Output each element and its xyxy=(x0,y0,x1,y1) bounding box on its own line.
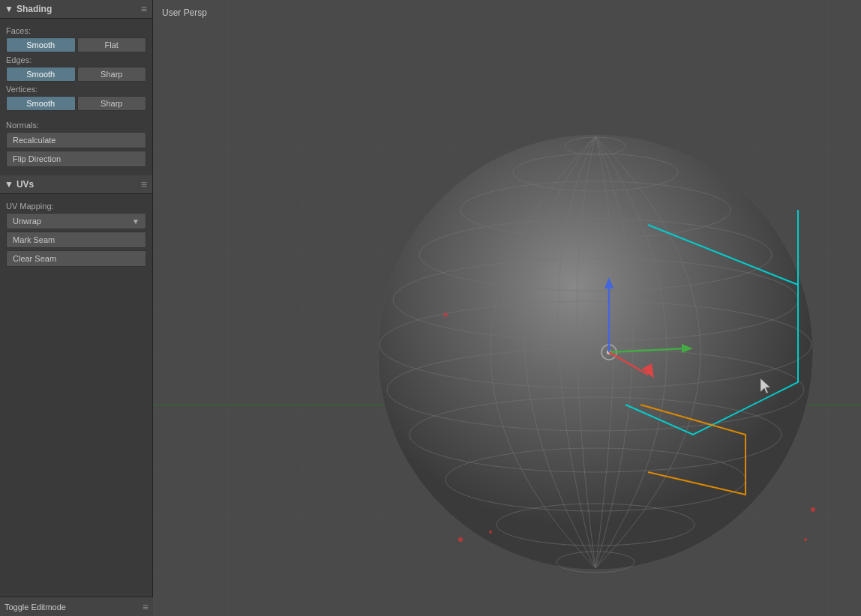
clear-seam-button[interactable]: Clear Seam xyxy=(6,250,146,267)
shading-arrow-icon: ▼ xyxy=(4,4,14,14)
viewport-svg xyxy=(153,0,861,616)
uvs-body: UV Mapping: Unwrap ▼ Mark Seam Clear Sea… xyxy=(0,194,152,274)
unwrap-dropdown-button[interactable]: Unwrap ▼ xyxy=(6,213,146,229)
edges-sharp-button[interactable]: Sharp xyxy=(77,67,147,82)
unwrap-label: Unwrap xyxy=(13,217,41,226)
faces-smooth-button[interactable]: Smooth xyxy=(6,37,76,52)
uvs-section-header[interactable]: ▼ UVs ≡ xyxy=(0,175,152,194)
vertices-label: Vertices: xyxy=(6,85,146,94)
normals-label: Normals: xyxy=(6,121,146,130)
mark-seam-button[interactable]: Mark Seam xyxy=(6,232,146,248)
toggle-editmode-label[interactable]: Toggle Editmode xyxy=(4,603,66,612)
uvs-arrow-icon: ▼ xyxy=(4,179,14,190)
shading-section-dots: ≡ xyxy=(141,3,148,15)
svg-point-44 xyxy=(804,538,807,541)
faces-flat-button[interactable]: Flat xyxy=(77,37,147,52)
unwrap-arrow-icon: ▼ xyxy=(132,217,140,226)
faces-button-row: Smooth Flat xyxy=(6,37,146,52)
edges-smooth-button[interactable]: Smooth xyxy=(6,67,76,82)
shading-body: Faces: Smooth Flat Edges: Smooth Sharp V… xyxy=(0,19,152,174)
recalculate-button[interactable]: Recalculate xyxy=(6,132,146,148)
uv-mapping-label: UV Mapping: xyxy=(6,202,146,211)
uvs-section-dots: ≡ xyxy=(141,178,148,190)
svg-point-45 xyxy=(443,312,448,317)
bottom-bar-dots-icon: ≡ xyxy=(142,601,148,613)
vertices-smooth-button[interactable]: Smooth xyxy=(6,96,76,111)
left-panel: ▼ Shading ≡ Faces: Smooth Flat Edges: Sm… xyxy=(0,0,153,616)
uvs-title: UVs xyxy=(16,179,34,190)
shading-title: Shading xyxy=(16,4,52,14)
main-viewport[interactable]: User Persp xyxy=(153,0,861,616)
edges-label: Edges: xyxy=(6,55,146,64)
vertices-button-row: Smooth Sharp xyxy=(6,96,146,111)
edges-button-row: Smooth Sharp xyxy=(6,67,146,82)
flip-direction-button[interactable]: Flip Direction xyxy=(6,151,146,167)
vertices-sharp-button[interactable]: Sharp xyxy=(77,96,147,111)
viewport-label: User Persp xyxy=(162,7,207,18)
svg-point-19 xyxy=(378,135,813,570)
svg-point-42 xyxy=(489,531,492,534)
svg-point-41 xyxy=(458,537,463,542)
shading-section-header[interactable]: ▼ Shading ≡ xyxy=(0,0,152,19)
svg-point-43 xyxy=(811,507,815,512)
bottom-bar: Toggle Editmode ≡ xyxy=(0,597,153,616)
faces-label: Faces: xyxy=(6,26,146,35)
